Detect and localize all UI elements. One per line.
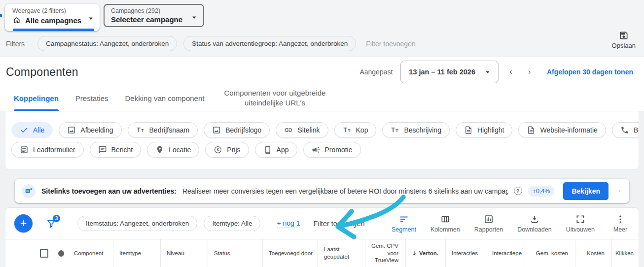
column-header-vertoningen[interactable]: Verton. <box>405 239 445 267</box>
campaign-selector-label: Campagnes (292) <box>111 7 188 14</box>
segment-icon <box>399 214 409 224</box>
recommendation-banner: Sitelinks toevoegen aan uw advertenties:… <box>15 179 629 203</box>
view-selector-dropdown[interactable]: Weergave (2 filters) Alle campagnes <box>5 4 100 31</box>
column-header-gem-cpv-trueview[interactable]: Gem. CPV voor TrueView <box>365 239 405 267</box>
kolommen-button[interactable]: Kolommen <box>430 214 460 233</box>
filter-count-badge: 3 <box>53 215 60 222</box>
text-icon <box>136 126 145 134</box>
price-icon <box>214 145 222 154</box>
chip-label: Sitelink <box>297 126 320 134</box>
more-filters-link[interactable]: + nog 1 <box>277 219 300 228</box>
show-last-30-days-link[interactable]: Afgelopen 30 dagen tonen <box>547 68 633 76</box>
chip-label: App <box>277 146 289 154</box>
main-content: Alle Afbeelding Bedrijfsnaam Bedrijfslog… <box>0 111 644 267</box>
chip-label: Bericht <box>111 146 133 154</box>
toolbar-add-filter-button[interactable]: Filter toevoegen <box>314 220 365 228</box>
campaign-selector-dropdown[interactable]: Campagnes (292) Selecteer campagne <box>104 4 204 27</box>
check-icon <box>20 126 29 134</box>
chip-label: Locatie <box>169 146 191 154</box>
toolbar-chip-itemstatus[interactable]: Itemstatus: Aangezet, onderbroken <box>77 216 197 231</box>
chip-label: Afbeelding <box>80 126 113 134</box>
add-filter-button[interactable]: Filter toevoegen <box>366 40 415 48</box>
add-button[interactable]: + <box>14 214 33 233</box>
column-label: Verton. <box>419 250 438 257</box>
active-filters-button[interactable]: 3 <box>46 218 57 229</box>
downloaden-button[interactable]: Downloaden <box>517 214 552 233</box>
image-icon <box>67 126 76 134</box>
chip-label: Highlight <box>477 126 504 134</box>
tab-componenten-uitgebreide-urls[interactable]: Componenten voor uitgebreide uiteindelij… <box>221 88 328 111</box>
help-icon[interactable]: ? <box>514 187 522 195</box>
filter-chip-adgroup-status[interactable]: Status van advertentiegroep: Aangezet, o… <box>183 36 356 51</box>
asset-chip-website-informatie[interactable]: Website-informatie <box>518 122 606 138</box>
chip-label: Leadformulier <box>33 146 75 154</box>
chip-label: Alle <box>33 126 44 134</box>
asset-chip-beschrijving[interactable]: Beschrijving <box>382 122 449 138</box>
column-header-itemtype[interactable]: Itemtype <box>113 239 160 267</box>
asset-chip-alle[interactable]: Alle <box>11 122 53 138</box>
select-all-checkbox[interactable] <box>40 249 48 258</box>
asset-chip-kop[interactable]: Kop <box>334 122 377 138</box>
column-header-status[interactable]: Status <box>208 239 262 267</box>
text-icon <box>343 126 352 134</box>
download-icon <box>530 214 539 224</box>
column-header-interacties[interactable]: Interacties <box>445 239 486 267</box>
tool-label: Segment <box>392 226 416 233</box>
tab-prestaties[interactable]: Prestaties <box>75 94 108 111</box>
asset-chip-locatie[interactable]: Locatie <box>147 142 199 158</box>
page-header: Componenten Aangepast 13 jan – 11 feb 20… <box>0 57 644 87</box>
asset-chip-promotie[interactable]: Promotie <box>303 142 361 158</box>
uitvouwen-button[interactable]: Uitvouwen <box>566 214 595 233</box>
next-period-button[interactable] <box>525 67 534 77</box>
view-selector-active-underline <box>13 29 94 31</box>
toolbar-chip-itemtype[interactable]: Itemtype: Alle <box>204 216 260 231</box>
column-header-klikken[interactable]: Klikken <box>611 239 639 267</box>
column-header-laatst-geupdatet[interactable]: Laatst geüpdatet <box>318 239 365 267</box>
chevron-down-icon <box>86 14 95 23</box>
date-range-picker[interactable]: 13 jan – 11 feb 2026 <box>400 61 499 83</box>
save-button[interactable]: Opslaan <box>612 31 636 49</box>
asset-chip-highlight[interactable]: Highlight <box>456 122 512 138</box>
form-icon <box>20 145 29 154</box>
text-icon <box>391 126 399 134</box>
megaphone-icon <box>312 145 321 154</box>
save-icon <box>619 31 629 40</box>
tab-dekking-van-component[interactable]: Dekking van component <box>125 94 205 111</box>
column-header-gem-kosten[interactable]: Gem. kosten <box>524 239 575 267</box>
chip-label: Bedrijfsnaam <box>149 126 190 134</box>
asset-chip-afbeelding[interactable]: Afbeelding <box>59 122 121 138</box>
filter-chip-campaign-status[interactable]: Campagnestatus: Aangezet, onderbroken <box>37 36 177 51</box>
image-icon <box>212 126 221 134</box>
column-header-toegevoegd-door[interactable]: Toegevoegd door <box>262 239 318 267</box>
asset-chip-leadformulier[interactable]: Leadformulier <box>11 142 84 158</box>
smartphone-icon <box>263 145 272 154</box>
asset-chip-bericht[interactable]: Bericht <box>90 142 142 158</box>
segment-button[interactable]: Segment <box>392 214 416 233</box>
column-header-component[interactable]: Component <box>68 239 113 267</box>
expand-icon <box>575 214 585 224</box>
tab-koppelingen[interactable]: Koppelingen <box>14 94 59 111</box>
banner-more-menu-icon[interactable] <box>614 186 624 196</box>
rapporten-button[interactable]: Rapporten <box>474 214 503 233</box>
column-header-niveau[interactable]: Niveau <box>160 239 208 267</box>
bekijken-button[interactable]: Bekijken <box>563 182 608 200</box>
asset-chip-bellen[interactable]: Bellen <box>612 122 639 138</box>
asset-chip-bedrijfslogo[interactable]: Bedrijfslogo <box>204 122 270 138</box>
filters-label: Filters <box>6 40 25 48</box>
meer-button[interactable]: Meer <box>609 214 632 233</box>
column-header-kosten[interactable]: Kosten <box>575 239 611 267</box>
asset-chip-app[interactable]: App <box>255 142 297 158</box>
asset-chip-sitelink[interactable]: Sitelink <box>276 122 328 138</box>
date-range-value: 13 jan – 11 feb 2026 <box>409 68 475 76</box>
tool-label: Meer <box>613 226 627 233</box>
chip-label: Kop <box>356 126 368 134</box>
chip-label: Bellen <box>634 126 639 134</box>
previous-period-button[interactable] <box>506 67 516 77</box>
column-header-interactiepercentage[interactable]: Interactiepe <box>486 239 524 267</box>
status-dot-icon <box>58 250 64 257</box>
asset-chip-prijs[interactable]: Prijs <box>205 142 249 158</box>
asset-chip-bedrijfsnaam[interactable]: Bedrijfsnaam <box>128 122 198 138</box>
status-dot-cell <box>52 239 68 267</box>
asset-type-filter-card: Alle Afbeelding Bedrijfsnaam Bedrijfslog… <box>5 111 639 170</box>
top-bar: Weergave (2 filters) Alle campagnes Camp… <box>0 0 644 57</box>
